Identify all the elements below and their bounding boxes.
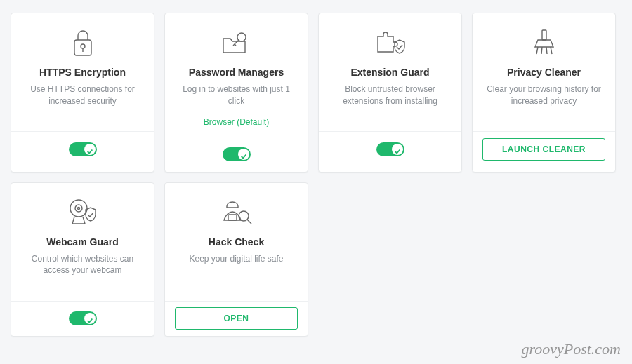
- card-body: HTTPS Encryption Use HTTPS connections f…: [11, 13, 154, 131]
- card-footer: [165, 137, 308, 172]
- card-footer: [11, 131, 154, 166]
- hacker-search-icon: [220, 196, 254, 229]
- card-privacy-cleaner: Privacy Cleaner Clear your browsing hist…: [472, 13, 616, 173]
- svg-line-8: [541, 47, 542, 54]
- card-body: Hack Check Keep your digital life safe: [165, 183, 308, 301]
- svg-point-12: [75, 205, 82, 212]
- card-title: Privacy Cleaner: [507, 67, 581, 78]
- toggle-extension-guard[interactable]: [376, 142, 404, 156]
- card-body: Webcam Guard Control which websites can …: [11, 183, 154, 301]
- card-footer: [319, 131, 461, 166]
- toggle-password-managers[interactable]: [223, 147, 251, 161]
- card-title: Extension Guard: [350, 67, 429, 78]
- card-hack-check: Hack Check Keep your digital life safe O…: [164, 182, 308, 337]
- svg-rect-6: [542, 30, 546, 40]
- key-folder-icon: [220, 26, 253, 60]
- svg-point-11: [70, 200, 87, 217]
- card-password-managers: Password Managers Log in to websites wit…: [164, 13, 308, 173]
- card-title: Hack Check: [209, 236, 264, 248]
- card-body: Privacy Cleaner Clear your browsing hist…: [473, 13, 615, 131]
- toggle-https-encryption[interactable]: [69, 142, 97, 156]
- svg-line-16: [247, 220, 251, 224]
- card-title: Webcam Guard: [46, 236, 118, 248]
- card-desc: Control which websites can access your w…: [21, 253, 144, 277]
- card-extra[interactable]: Browser (Default): [204, 117, 269, 127]
- card-desc: Clear your browsing history for increase…: [482, 83, 605, 107]
- card-desc: Use HTTPS connections for increased secu…: [21, 83, 144, 107]
- card-body: Password Managers Log in to websites wit…: [165, 13, 308, 137]
- card-desc: Block untrusted browser extensions from …: [329, 83, 452, 107]
- svg-rect-14: [228, 215, 237, 220]
- card-webcam-guard: Webcam Guard Control which websites can …: [11, 182, 154, 337]
- svg-line-4: [233, 40, 239, 46]
- card-title: Password Managers: [189, 67, 284, 78]
- card-desc: Log in to websites with just 1 click: [175, 83, 298, 107]
- card-desc: Keep your digital life safe: [189, 253, 283, 265]
- webcam-shield-icon: [66, 196, 100, 229]
- svg-line-7: [536, 47, 538, 54]
- svg-line-9: [546, 47, 547, 54]
- open-button[interactable]: OPEN: [175, 307, 298, 330]
- brush-icon: [531, 26, 558, 60]
- launch-cleaner-button[interactable]: LAUNCH CLEANER: [482, 138, 605, 161]
- card-footer: OPEN: [165, 301, 308, 336]
- svg-line-5: [235, 44, 236, 46]
- settings-panel: HTTPS Encryption Use HTTPS connections f…: [1, 1, 631, 363]
- card-title: HTTPS Encryption: [39, 67, 126, 78]
- svg-point-1: [81, 44, 85, 48]
- puzzle-shield-icon: [374, 26, 407, 60]
- svg-point-15: [239, 211, 249, 221]
- svg-rect-0: [74, 40, 91, 55]
- card-footer: LAUNCH CLEANER: [473, 131, 615, 166]
- lock-icon: [70, 26, 96, 60]
- card-extension-guard: Extension Guard Block untrusted browser …: [318, 13, 462, 173]
- svg-point-13: [77, 207, 79, 209]
- svg-line-10: [551, 47, 552, 54]
- toggle-webcam-guard[interactable]: [69, 311, 97, 325]
- card-body: Extension Guard Block untrusted browser …: [319, 13, 461, 131]
- card-footer: [11, 301, 154, 336]
- card-https-encryption: HTTPS Encryption Use HTTPS connections f…: [11, 13, 154, 173]
- feature-grid: HTTPS Encryption Use HTTPS connections f…: [11, 13, 621, 337]
